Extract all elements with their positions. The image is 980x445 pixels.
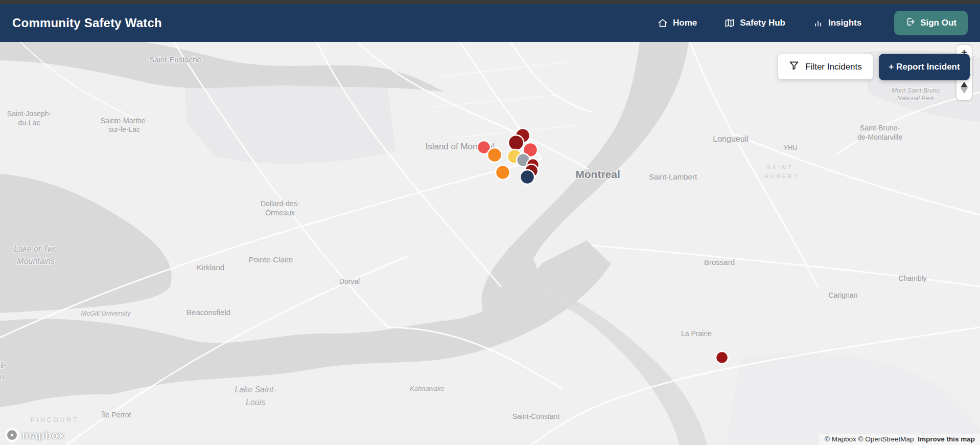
map-label: Saint-Bruno- bbox=[860, 124, 900, 132]
map-label: Pointe-Claire bbox=[249, 255, 293, 264]
nav-item-home[interactable]: Home bbox=[658, 18, 697, 28]
map-label: HUBERT bbox=[764, 173, 799, 179]
map-label: Mont-Saint-Bruno bbox=[892, 87, 940, 94]
map-label: reuil- bbox=[0, 361, 6, 369]
map-label: La Prairie bbox=[681, 329, 712, 338]
main-nav: Home Safety Hub Insights Sign Out bbox=[658, 11, 968, 35]
incident-marker[interactable] bbox=[520, 170, 534, 184]
map-label: de-Montarville bbox=[857, 133, 902, 141]
map-label: Chambly bbox=[898, 274, 926, 282]
map-label: Beaconsfield bbox=[186, 308, 230, 317]
map-label: sur-le-Lac bbox=[108, 125, 140, 134]
app-header: Community Safety Watch Home Safety Hub I… bbox=[0, 4, 980, 42]
incident-marker[interactable] bbox=[487, 148, 502, 162]
map-label: rion bbox=[0, 373, 4, 381]
map-container[interactable]: Saint-EustacheSaint-Joseph-du-LacSainte-… bbox=[0, 42, 980, 445]
nav-item-home-label: Home bbox=[673, 18, 697, 28]
incident-marker[interactable] bbox=[496, 165, 510, 180]
map-label: McGill University bbox=[81, 309, 131, 317]
map-label: Dorval bbox=[339, 277, 360, 285]
incident-marker[interactable] bbox=[508, 135, 524, 150]
nav-item-insights[interactable]: Insights bbox=[813, 18, 861, 28]
app-title: Community Safety Watch bbox=[12, 16, 162, 30]
map-label: Sainte-Marthe- bbox=[101, 117, 148, 125]
map-label: Louis bbox=[246, 398, 265, 407]
map-label: Kirkland bbox=[197, 263, 224, 272]
filter-incidents-label: Filter Incidents bbox=[805, 62, 862, 72]
map-label: YHU bbox=[783, 144, 797, 151]
map-label: Kahnawake bbox=[410, 385, 445, 392]
map-label: Carignan bbox=[829, 291, 858, 299]
funnel-icon bbox=[789, 60, 799, 73]
incident-marker[interactable] bbox=[716, 351, 728, 364]
nav-item-insights-label: Insights bbox=[828, 18, 861, 28]
map-label: Saint-Lambert bbox=[649, 172, 697, 181]
map-label: Île Perrot bbox=[102, 411, 131, 419]
compass-north-needle-icon bbox=[961, 82, 968, 87]
home-icon bbox=[658, 18, 668, 28]
map-label: Brossard bbox=[704, 258, 735, 266]
map-label: Saint-Constant bbox=[512, 412, 560, 420]
filter-incidents-button[interactable]: Filter Incidents bbox=[778, 54, 873, 79]
nav-item-safety-hub-label: Safety Hub bbox=[740, 18, 785, 28]
sign-out-label: Sign Out bbox=[920, 18, 956, 28]
sign-out-button[interactable]: Sign Out bbox=[894, 11, 968, 35]
mapbox-logo[interactable]: ✦ mapbox bbox=[5, 428, 65, 442]
sign-out-icon bbox=[905, 17, 915, 29]
map-label: Ormeaux bbox=[265, 209, 295, 217]
attribution-improve-link[interactable]: Improve this map bbox=[918, 435, 975, 443]
map-label: Dollard-des- bbox=[261, 199, 300, 208]
attribution-mapbox-link[interactable]: © Mapbox bbox=[825, 435, 856, 443]
mapbox-logo-icon: ✦ bbox=[5, 428, 19, 442]
map-icon bbox=[725, 18, 735, 28]
map-label: PINCOURT bbox=[31, 416, 79, 424]
map-label: Lake of Two bbox=[14, 244, 58, 253]
map-label: Mountains bbox=[17, 257, 55, 265]
mapbox-logo-word: mapbox bbox=[22, 429, 65, 441]
map-attribution: © Mapbox © OpenStreetMap Improve this ma… bbox=[819, 434, 980, 445]
compass-south-needle-icon bbox=[961, 88, 968, 94]
map-label: Saint-Eustache bbox=[149, 55, 201, 64]
map-canvas[interactable]: Saint-EustacheSaint-Joseph-du-LacSainte-… bbox=[0, 42, 980, 445]
map-label: Saint-Joseph- bbox=[7, 109, 52, 118]
window-top-strip bbox=[0, 0, 980, 4]
nav-item-safety-hub[interactable]: Safety Hub bbox=[725, 18, 785, 28]
map-label: Longueuil bbox=[713, 135, 748, 143]
map-label: Lake Saint- bbox=[235, 385, 276, 394]
report-incident-label: + Report Incident bbox=[889, 62, 960, 72]
map-label: Montreal bbox=[575, 168, 620, 180]
map-label: SAINT- bbox=[766, 164, 797, 170]
bar-chart-icon bbox=[813, 18, 823, 28]
map-label: National Park bbox=[897, 95, 935, 102]
attribution-osm-link[interactable]: © OpenStreetMap bbox=[858, 435, 914, 443]
map-label: du-Lac bbox=[18, 119, 40, 127]
report-incident-button[interactable]: + Report Incident bbox=[879, 54, 970, 80]
